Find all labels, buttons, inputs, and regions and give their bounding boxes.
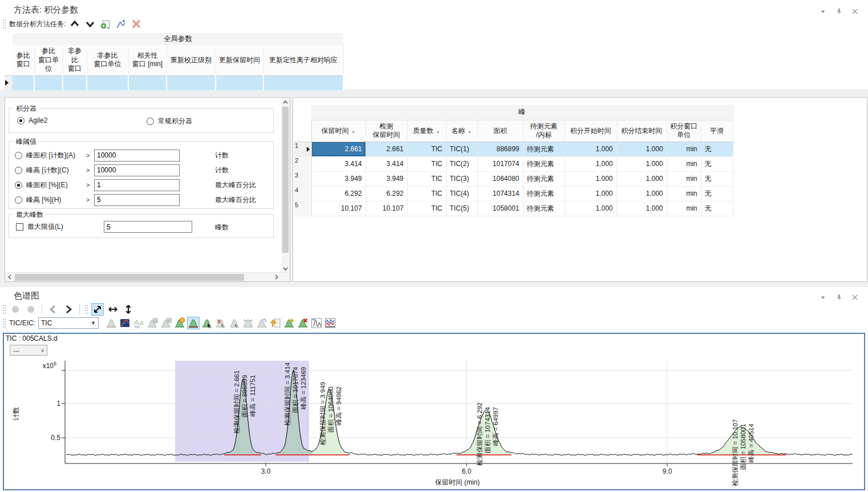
peaks-table-row[interactable]: 23.4143.414TICTIC(2)1017074待测元素1.0001.00… — [294, 156, 733, 171]
peaks-cell[interactable]: TIC — [407, 186, 446, 201]
horizontal-scrollbar[interactable] — [5, 272, 290, 281]
global-col-header[interactable]: 非参比 窗口 — [63, 45, 87, 75]
radio-icon[interactable] — [15, 152, 22, 159]
peaks-col-header[interactable]: 面积 — [477, 120, 523, 142]
global-param-cell[interactable] — [167, 75, 216, 90]
scroll-left-arrow[interactable] — [5, 273, 14, 281]
tic-extract-button[interactable]: TIC — [132, 317, 145, 329]
peaks-cell[interactable]: 1017074 — [477, 156, 523, 171]
up-chevron-button[interactable] — [9, 303, 22, 316]
peak-o-gray-button[interactable]: O — [146, 317, 159, 329]
peak-delete-button[interactable] — [297, 317, 309, 329]
peaks-cell[interactable]: TIC — [407, 171, 446, 186]
peaks-cell[interactable]: 1.000 — [565, 171, 616, 186]
scrollbar-thumb[interactable] — [15, 274, 244, 281]
global-col-header[interactable]: 重新校正级别 — [167, 45, 216, 75]
peaks-cell[interactable]: 无 — [701, 201, 733, 216]
peaks-cell[interactable]: 1074314 — [477, 186, 523, 201]
peaks-cell[interactable]: TIC — [407, 142, 446, 156]
prev-button[interactable] — [47, 303, 59, 316]
row-header[interactable]: 1 — [294, 142, 311, 156]
export-results-button[interactable] — [269, 317, 282, 329]
peaks-cell[interactable]: 3.949 — [311, 171, 366, 186]
peaks-cell[interactable]: TIC — [407, 201, 446, 216]
global-param-cell[interactable] — [216, 75, 263, 90]
vertical-scrollbar[interactable] — [281, 98, 290, 273]
peaks-cell[interactable]: 1.000 — [565, 186, 616, 201]
peaks-col-header[interactable]: 质量数▲ — [407, 120, 446, 142]
peaks-cell[interactable]: 2.661 — [366, 142, 407, 156]
peaks-cell[interactable]: TIC(1) — [446, 142, 477, 156]
peaks-cell[interactable]: 3.414 — [311, 156, 366, 171]
close-button[interactable] — [851, 7, 859, 15]
global-col-header[interactable]: 参比 窗口单位 — [34, 45, 63, 75]
peaks-cell[interactable]: 无 — [701, 171, 733, 186]
peaks-cell[interactable]: 1.000 — [616, 142, 667, 156]
chromatogram-plot[interactable]: TIC : 005CALS.d --- ∨ 10.5x1053.06.09.0计… — [3, 333, 865, 490]
peaks-cell[interactable]: min — [667, 201, 701, 216]
scroll-right-arrow[interactable] — [272, 273, 281, 281]
radio-icon[interactable] — [15, 182, 22, 189]
global-param-cell[interactable] — [128, 75, 167, 90]
peaks-col-header[interactable]: 待测元素 /内标 — [523, 120, 565, 142]
down-chevron-button[interactable] — [25, 303, 37, 316]
peaks-cell[interactable]: 1.000 — [616, 186, 667, 201]
move-down-button[interactable] — [84, 18, 96, 30]
max-limit-checkbox-row[interactable]: 最大限值(L) — [16, 222, 63, 232]
peaks-col-header[interactable]: 积分开始时间 — [565, 120, 616, 142]
chromatogram-overlay-button[interactable] — [324, 317, 336, 329]
toolbar-grip[interactable] — [84, 304, 88, 314]
threshold-value-input[interactable] — [94, 164, 180, 176]
peaks-cell[interactable]: 6.292 — [366, 186, 407, 201]
peaks-table-row[interactable]: 46.2926.292TICTIC(4)1074314待测元素1.0001.00… — [294, 186, 733, 201]
chromatogram-svg[interactable]: 10.5x1053.06.09.0计数保留时间 (min)检测保留时间 = 2.… — [4, 334, 864, 489]
toolbar-grip[interactable] — [2, 318, 6, 328]
peaks-cell[interactable]: 1.000 — [616, 156, 667, 171]
zoom-x-button[interactable] — [107, 303, 119, 316]
radio-icon[interactable] — [15, 167, 22, 174]
row-header[interactable]: 5 — [294, 201, 311, 216]
compound-table-button[interactable] — [119, 317, 131, 329]
radio-icon[interactable] — [15, 196, 22, 204]
global-param-cell[interactable] — [87, 75, 128, 90]
toolbar-grip[interactable] — [2, 304, 6, 314]
zoom-y-button[interactable] — [122, 303, 135, 316]
peaks-cell[interactable]: min — [667, 142, 701, 156]
scroll-up-arrow[interactable] — [281, 98, 290, 106]
pin-button[interactable] — [835, 7, 843, 15]
global-param-cell[interactable] — [13, 75, 34, 90]
global-col-header[interactable]: 相关性 窗口 [min] — [128, 45, 167, 75]
peaks-col-header[interactable]: 保留时间▲ — [311, 120, 366, 142]
peaks-cell[interactable]: TIC — [407, 156, 446, 171]
peaks-cell[interactable]: min — [667, 186, 701, 201]
peak-measure-button[interactable] — [310, 317, 323, 329]
peaks-cell[interactable]: 无 — [701, 156, 733, 171]
peak-warning-button[interactable]: ! — [173, 317, 186, 329]
peaks-cell[interactable]: 1.000 — [565, 142, 616, 156]
radio-icon[interactable] — [147, 118, 154, 125]
radio-icon[interactable] — [17, 117, 25, 124]
next-button[interactable] — [62, 303, 75, 316]
global-col-header[interactable]: 参比 窗口 — [13, 45, 34, 75]
peaks-cell[interactable]: 10.107 — [366, 201, 407, 216]
toolbar-grip[interactable] — [2, 19, 6, 29]
peaks-col-header[interactable]: 平滑 — [701, 120, 733, 142]
overlay-dropdown[interactable]: --- ∨ — [10, 345, 47, 356]
peak-select-pointer-button[interactable] — [201, 317, 213, 329]
scroll-down-arrow[interactable] — [281, 264, 290, 273]
row-header[interactable]: 3 — [294, 171, 311, 186]
peaks-cell[interactable]: 6.292 — [311, 186, 366, 201]
peaks-cell[interactable]: 无 — [701, 186, 733, 201]
peaks-cell[interactable]: min — [667, 171, 701, 186]
peaks-col-header[interactable]: 名称▲ — [446, 120, 477, 142]
peaks-cell[interactable]: 1.000 — [616, 171, 667, 186]
peak-width-gray-button[interactable] — [242, 317, 254, 329]
peaks-cell[interactable]: 886899 — [477, 142, 523, 156]
update-method-chart-icon[interactable] — [115, 18, 127, 30]
peak-integrate-button[interactable] — [187, 317, 200, 329]
radio-agile2[interactable]: Agile2 — [17, 116, 47, 124]
pin-button[interactable] — [835, 293, 843, 301]
threshold-value-input[interactable] — [94, 194, 180, 206]
peaks-cell[interactable]: TIC(4) — [446, 186, 477, 201]
peaks-cell[interactable]: 1.000 — [565, 201, 616, 216]
